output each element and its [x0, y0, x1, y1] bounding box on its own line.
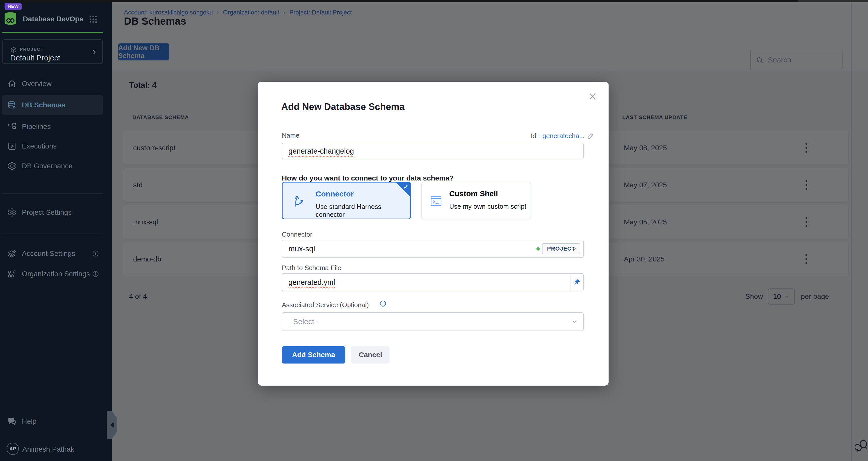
module-accent-line	[2, 32, 103, 33]
info-icon[interactable]	[92, 250, 99, 257]
sidebar-item-db-schemas[interactable]: DB Schemas	[2, 95, 103, 115]
account-settings-icon	[7, 249, 17, 258]
sidebar-item-executions[interactable]: Executions	[0, 137, 112, 156]
close-icon[interactable]	[587, 91, 598, 102]
new-badge: NEW	[5, 3, 22, 10]
path-input-value: generated.yml	[288, 278, 335, 287]
sidebar-item-label: Overview	[22, 80, 52, 88]
connector-icon	[292, 194, 306, 208]
database-devops-logo-icon	[3, 11, 18, 26]
service-label: Associated Service (Optional)	[282, 301, 369, 309]
edit-pencil-icon[interactable]	[587, 133, 594, 140]
option-title: Custom Shell	[449, 189, 498, 198]
option-subtitle: Use my own custom script	[449, 203, 526, 210]
sidebar-item-label: Project Settings	[22, 208, 72, 217]
user-name[interactable]: Animesh Pathak	[22, 445, 74, 453]
sidebar-item-db-governance[interactable]: DB Governance	[0, 156, 112, 176]
option-title: Connector	[316, 190, 354, 198]
id-value-link[interactable]: generatecha...	[542, 132, 585, 140]
sidebar-item-pipelines[interactable]: Pipelines	[0, 117, 112, 136]
sidebar-item-label: Executions	[22, 142, 57, 150]
option-card-custom-shell[interactable]: Custom Shell Use my own custom script	[421, 182, 531, 219]
connector-label: Connector	[282, 230, 312, 238]
home-icon	[7, 79, 17, 89]
sidebar-divider	[2, 234, 103, 234]
name-input[interactable]: generate-changelog	[282, 143, 584, 159]
chevron-down-icon	[571, 245, 578, 252]
modal-title: Add New Database Schema	[281, 102, 405, 112]
connect-question: How do you want to connect to your data …	[282, 174, 454, 182]
service-select-placeholder: - Select -	[288, 317, 319, 326]
project-selector-label: PROJECT	[20, 47, 44, 52]
connector-select[interactable]: mux-sql PROJECT	[282, 240, 584, 258]
sidebar-item-project-settings[interactable]: Project Settings	[0, 203, 112, 222]
service-select[interactable]: - Select -	[282, 312, 584, 331]
sidebar-item-organization-settings[interactable]: Organization Settings	[0, 264, 112, 284]
sidebar-item-label: Pipelines	[22, 123, 51, 131]
sidebar-divider	[2, 193, 103, 194]
organization-settings-icon	[7, 269, 17, 279]
executions-icon	[7, 141, 17, 151]
sidebar: NEW Database DevOps PROJECT Default Proj…	[0, 2, 112, 461]
user-avatar[interactable]: AP	[7, 443, 19, 455]
add-schema-modal: Add New Database Schema Name Id : genera…	[258, 82, 609, 386]
add-schema-button[interactable]: Add Schema	[282, 346, 345, 364]
id-prefix: Id :	[531, 132, 540, 140]
gear-icon	[7, 208, 17, 217]
info-icon[interactable]	[92, 270, 99, 277]
name-input-value: generate-changelog	[288, 147, 354, 155]
app-root: NEW Database DevOps PROJECT Default Proj…	[0, 0, 868, 461]
option-subtitle: Use standard Harness connector	[316, 203, 410, 219]
name-label: Name	[282, 131, 299, 139]
sidebar-item-label: DB Governance	[22, 162, 72, 170]
db-schema-icon	[7, 100, 17, 110]
collapse-arrow-icon	[110, 422, 114, 427]
sidebar-item-overview[interactable]: Overview	[0, 74, 112, 93]
sidebar-item-label: Organization Settings	[22, 270, 90, 278]
sidebar-item-label: DB Schemas	[22, 101, 65, 109]
app-title: Database DevOps	[23, 15, 83, 23]
id-row: Id : generatecha...	[531, 132, 594, 140]
pipelines-icon	[7, 122, 17, 131]
sidebar-item-label: Account Settings	[22, 250, 75, 258]
check-icon: ✓	[403, 183, 409, 191]
cancel-button[interactable]: Cancel	[351, 346, 390, 364]
terminal-icon	[429, 194, 443, 208]
chevron-down-icon	[571, 318, 578, 325]
help-chat-icon: ?	[7, 417, 17, 426]
path-label: Path to Schema File	[282, 264, 341, 272]
project-selector[interactable]: PROJECT Default Project ›	[2, 39, 103, 64]
path-input[interactable]: generated.yml	[282, 273, 584, 291]
pin-icon	[573, 278, 581, 286]
pin-fixed-value-section[interactable]	[570, 274, 583, 291]
cube-icon	[10, 46, 17, 53]
option-card-connector[interactable]: ✓ Connector Use standard Harness connect…	[282, 182, 411, 219]
sidebar-item-help[interactable]: ? Help	[0, 412, 112, 431]
module-grid-icon[interactable]	[88, 14, 98, 24]
connector-value: mux-sql	[288, 244, 315, 253]
sidebar-item-label: Help	[22, 417, 37, 425]
chevron-right-icon: ›	[92, 46, 96, 57]
governance-gear-icon	[7, 161, 17, 171]
connector-status-dot	[536, 247, 540, 251]
svg-text:?: ?	[10, 419, 12, 422]
sidebar-item-account-settings[interactable]: Account Settings	[0, 244, 112, 263]
info-icon[interactable]	[379, 300, 386, 307]
project-selector-value: Default Project	[10, 54, 60, 62]
browser-top-strip	[0, 0, 868, 2]
